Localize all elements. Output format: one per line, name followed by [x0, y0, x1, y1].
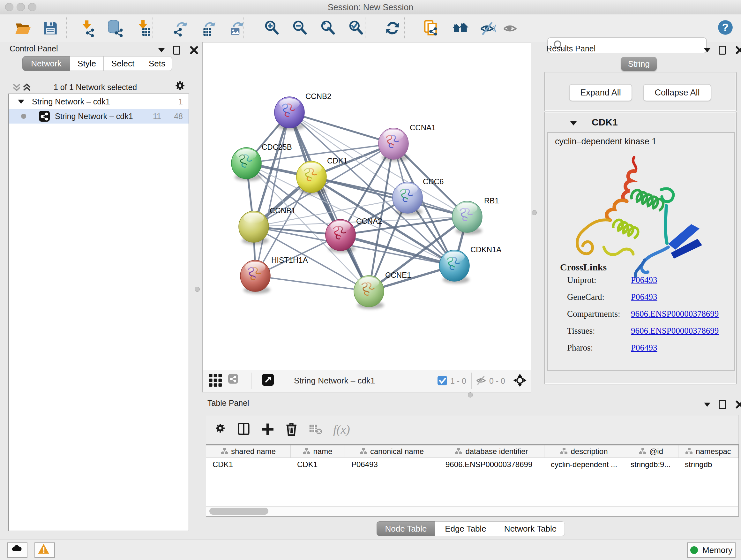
tab-network-table[interactable]: Network Table — [496, 521, 565, 536]
refresh-icon[interactable] — [384, 19, 401, 37]
table-cell[interactable]: CDK1 — [210, 460, 291, 469]
hidden-eye-icon[interactable] — [476, 376, 486, 386]
home-networks-icon[interactable] — [452, 19, 469, 37]
crosslink-value-link[interactable]: P06493 — [631, 292, 657, 302]
collection-disclosure-icon[interactable] — [17, 98, 25, 105]
add-column-icon[interactable] — [261, 422, 276, 437]
chevron-double-up-icon[interactable] — [22, 82, 32, 92]
edge-HIST1H1A-CCNE1[interactable] — [255, 276, 369, 291]
results-panel-float-icon[interactable] — [719, 46, 726, 55]
tab-select[interactable]: Select — [104, 56, 142, 71]
import-table-icon[interactable] — [134, 19, 151, 37]
entry-disclosure-icon[interactable] — [570, 121, 577, 125]
results-panel-close-icon[interactable] — [734, 45, 741, 56]
crosslink-value-link[interactable]: 9606.ENSP00000378699 — [631, 326, 719, 336]
tab-sets[interactable]: Sets — [142, 56, 172, 71]
node-CDC6[interactable] — [393, 182, 422, 215]
control-panel-collapse-icon[interactable] — [158, 48, 165, 52]
export-table-icon[interactable] — [200, 19, 217, 37]
table-cell[interactable]: cyclin-dependent ... — [548, 460, 624, 469]
network-row-selected[interactable]: String Network – cdk1 11 48 — [9, 109, 189, 124]
export-network-icon[interactable] — [172, 19, 189, 37]
table-cell[interactable]: stringdb:9... — [628, 460, 678, 469]
crosslink-value-link[interactable]: P06493 — [631, 343, 657, 353]
node-CDK1[interactable] — [296, 161, 327, 195]
table-options-gear-icon[interactable] — [215, 423, 228, 436]
import-database-icon[interactable] — [106, 19, 124, 37]
table-hscrollbar[interactable] — [206, 506, 738, 516]
tab-network[interactable]: Network — [22, 56, 70, 71]
column-header-database-identifier[interactable]: database identifier — [439, 445, 544, 458]
table-panel-collapse-icon[interactable] — [704, 402, 711, 407]
node-CCNB2[interactable] — [274, 97, 305, 130]
edge-CDK1-RB1[interactable] — [312, 177, 467, 217]
cloud-button[interactable] — [7, 543, 27, 558]
results-panel-collapse-icon[interactable] — [704, 48, 711, 52]
show-all-icon[interactable] — [502, 19, 519, 37]
network-type-icon[interactable] — [228, 374, 241, 387]
node-CCNB1[interactable] — [239, 211, 269, 245]
network-canvas[interactable]: CCNB2CCNA1CDC25BCDK1CDC6RB1CCNB1CCNA2CDK… — [203, 43, 531, 370]
control-panel-float-icon[interactable] — [173, 46, 180, 55]
edge-CCNB2-CCNE1[interactable] — [289, 112, 369, 291]
help-icon[interactable]: ? — [717, 19, 734, 36]
control-panel-close-icon[interactable] — [189, 45, 199, 56]
tab-node-table[interactable]: Node Table — [377, 521, 435, 536]
tab-string[interactable]: String — [621, 57, 657, 71]
delete-column-icon[interactable] — [285, 422, 300, 437]
zoom-out-icon[interactable] — [291, 19, 309, 37]
table-cell[interactable]: CDK1 — [294, 460, 345, 469]
open-session-icon[interactable] — [14, 19, 31, 37]
node-CCNA2[interactable] — [326, 219, 355, 253]
column-header-name[interactable]: name — [291, 445, 345, 458]
node-RB1[interactable] — [452, 201, 482, 235]
crosslink-value-link[interactable]: P06493 — [631, 275, 657, 285]
left-splitter-handle[interactable] — [195, 287, 200, 292]
export-image-icon[interactable] — [228, 19, 246, 37]
node-HIST1H1A[interactable] — [240, 260, 270, 294]
birdseye-navigator-icon[interactable] — [513, 373, 528, 388]
column-header-canonical-name[interactable]: canonical name — [345, 445, 439, 458]
chevron-double-down-icon[interactable] — [12, 82, 22, 92]
tree-icon — [560, 448, 567, 455]
table-cell[interactable]: P06493 — [349, 460, 439, 469]
warnings-button[interactable] — [35, 543, 55, 558]
table-panel-float-icon[interactable] — [719, 400, 726, 409]
tab-edge-table[interactable]: Edge Table — [435, 521, 496, 536]
node-CCNE1[interactable] — [354, 275, 384, 309]
right-splitter-handle[interactable] — [532, 210, 537, 215]
selected-checkbox-icon[interactable] — [437, 376, 447, 385]
node-CDKN1A[interactable] — [440, 250, 469, 284]
show-columns-icon[interactable] — [238, 422, 252, 437]
crosslink-value-link[interactable]: 9606.ENSP00000378699 — [631, 309, 719, 319]
node-CCNA1[interactable] — [379, 128, 408, 162]
table-cell[interactable]: stringdb — [682, 460, 738, 469]
table-hscrollbar-thumb[interactable] — [209, 508, 268, 515]
zoom-fit-icon[interactable] — [320, 19, 337, 37]
node-CDC25B[interactable] — [231, 147, 261, 181]
expand-all-button[interactable]: Expand All — [569, 84, 632, 101]
node-table[interactable]: shared namenamecanonical namedatabase id… — [206, 444, 739, 516]
column-header-namespac[interactable]: namespac — [678, 445, 738, 458]
network-collection-row[interactable]: String Network – cdk1 1 — [9, 94, 189, 109]
column-header-description[interactable]: description — [544, 445, 624, 458]
hide-selected-icon[interactable] — [479, 19, 496, 37]
edge-CCNB2-HIST1H1A[interactable] — [255, 112, 289, 276]
duplicate-network-icon[interactable] — [423, 19, 440, 37]
column-header-shared-name[interactable]: shared name — [206, 445, 291, 458]
zoom-selected-icon[interactable] — [347, 19, 365, 37]
network-view[interactable]: CCNB2CCNA1CDC25BCDK1CDC6RB1CCNB1CCNA2CDK… — [202, 42, 531, 392]
edge-CCNB2-CCNA1[interactable] — [289, 112, 394, 144]
open-in-window-icon[interactable] — [262, 374, 276, 388]
save-session-icon[interactable] — [42, 19, 59, 37]
grid-view-icon[interactable] — [209, 374, 222, 387]
tab-style[interactable]: Style — [70, 56, 104, 71]
table-cell[interactable]: 9606.ENSP00000378699 — [443, 460, 544, 469]
column-header--id[interactable]: @id — [624, 445, 678, 458]
import-network-icon[interactable] — [78, 19, 95, 37]
zoom-in-icon[interactable] — [263, 19, 280, 37]
table-panel-close-icon[interactable] — [734, 399, 741, 410]
collapse-all-button[interactable]: Collapse All — [643, 84, 711, 101]
network-options-gear-icon[interactable] — [175, 80, 188, 94]
memory-button[interactable]: Memory — [687, 543, 736, 558]
